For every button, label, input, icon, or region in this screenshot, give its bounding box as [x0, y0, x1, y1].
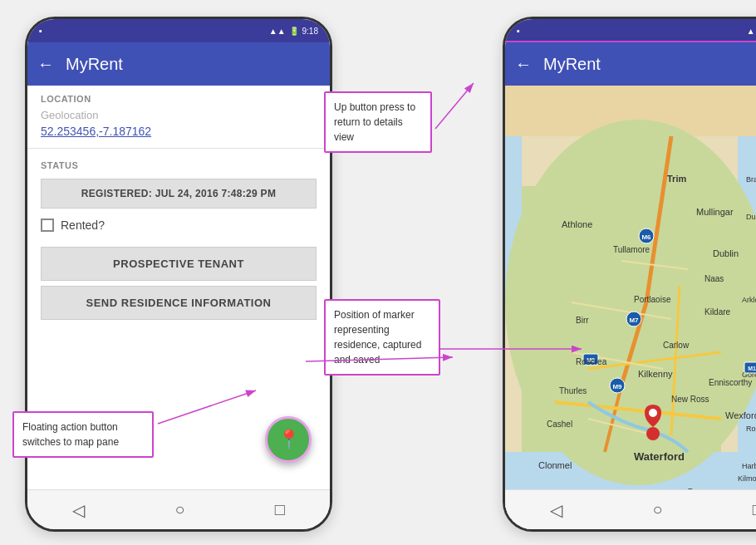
svg-text:M9: M9: [612, 383, 622, 390]
scene: ▪ ▲▲ 🔋 9:18 ← MyRent LOCATION Geolocatio…: [0, 0, 756, 545]
svg-text:Trim: Trim: [667, 174, 686, 184]
battery-icon: 🔋: [289, 27, 299, 36]
status-icons-left: ▲▲ 🔋 9:18: [269, 27, 318, 36]
svg-text:Tullamore: Tullamore: [613, 245, 650, 254]
svg-text:Kilmore Quay: Kilmore Quay: [738, 474, 756, 483]
location-label: LOCATION: [27, 86, 330, 106]
svg-text:M7: M7: [629, 317, 639, 324]
svg-text:Rosslare: Rosslare: [746, 425, 756, 433]
svg-text:Carlow: Carlow: [663, 341, 690, 350]
bottom-nav-right: ◁ ○ □: [505, 489, 756, 529]
status-section: STATUS REGISTERED: JUL 24, 2016 7:48:29 …: [27, 152, 330, 242]
status-bar-right: ▪ ▲▲ 🔋 9:19: [505, 19, 756, 42]
rented-label: Rented?: [61, 218, 105, 232]
svg-text:Wexford: Wexford: [725, 410, 756, 420]
svg-text:Birr: Birr: [576, 316, 589, 325]
location-pin-icon: 📍: [277, 429, 300, 450]
svg-text:Roscrea: Roscrea: [576, 357, 607, 366]
back-button-right[interactable]: ←: [515, 55, 532, 74]
fab-button[interactable]: 📍: [265, 416, 312, 463]
fab-container: 📍: [265, 416, 312, 463]
svg-text:Athlone: Athlone: [562, 219, 592, 229]
time-left: 9:18: [302, 27, 318, 36]
rented-checkbox[interactable]: [41, 218, 54, 232]
home-nav-btn-left[interactable]: ○: [174, 500, 184, 519]
registered-badge: REGISTERED: JUL 24, 2016 7:48:29 PM: [41, 179, 317, 209]
back-button-left[interactable]: ←: [37, 55, 54, 74]
svg-text:Bray: Bray: [746, 175, 756, 184]
svg-text:M11: M11: [748, 366, 756, 371]
divider-1: [27, 148, 330, 149]
status-label: STATUS: [41, 157, 317, 174]
prospective-tenant-button[interactable]: PROSPECTIVE TENANT: [41, 247, 317, 281]
svg-rect-6: [522, 186, 721, 452]
send-residence-button[interactable]: SEND RESIDENCE INFORMATION: [41, 286, 317, 320]
svg-text:Arklow: Arklow: [742, 296, 756, 304]
phone-icon-left: ▪: [39, 26, 42, 36]
recents-nav-btn-left[interactable]: □: [275, 500, 285, 519]
back-nav-btn-left[interactable]: ◁: [72, 500, 85, 520]
recents-nav-btn-right[interactable]: □: [753, 500, 756, 519]
bottom-nav-left: ◁ ○ □: [27, 489, 330, 529]
svg-text:Kildare: Kildare: [704, 307, 731, 317]
signal-icon-right: ▲▲: [747, 27, 756, 36]
status-bar-left: ▪ ▲▲ 🔋 9:18: [27, 19, 330, 42]
phone-right: ▪ ▲▲ 🔋 9:19 ← MyRent: [503, 17, 756, 532]
svg-line-60: [435, 83, 474, 129]
signal-icon: ▲▲: [269, 27, 286, 36]
app-bar-left: ← MyRent: [27, 42, 330, 86]
app-bar-right: ← MyRent: [505, 42, 756, 86]
svg-text:Harbour: Harbour: [742, 462, 756, 470]
map-view[interactable]: M6 M7 M9 M8 Trim Athlone Tullamore Mulli…: [505, 86, 756, 532]
svg-text:Portlaoise: Portlaoise: [634, 295, 671, 304]
phone-icon-right: ▪: [517, 26, 520, 36]
svg-text:M6: M6: [641, 233, 651, 241]
svg-text:New Ross: New Ross: [671, 395, 709, 404]
svg-text:Naas: Naas: [704, 274, 724, 283]
app-title-left: MyRent: [66, 55, 123, 74]
map-svg: M6 M7 M9 M8 Trim Athlone Tullamore Mulli…: [505, 86, 756, 532]
svg-text:Waterford: Waterford: [634, 450, 685, 463]
status-icons-right: ▲▲ 🔋 9:19: [747, 27, 756, 36]
svg-text:Cashel: Cashel: [547, 420, 572, 429]
svg-text:Clonmel: Clonmel: [538, 460, 572, 470]
appbar-highlight: [503, 41, 756, 87]
svg-text:Enniscorthy: Enniscorthy: [709, 378, 752, 387]
up-btn-annotation: Up button press to return to details vie…: [324, 91, 432, 153]
app-title-right: MyRent: [543, 55, 601, 74]
geo-placeholder: Geolocation: [27, 106, 330, 123]
svg-text:Thurles: Thurles: [559, 386, 587, 395]
rented-row: Rented?: [41, 214, 317, 237]
marker-annotation: Position of marker representing residenc…: [324, 299, 440, 376]
svg-text:Dundrum: Dundrum: [746, 213, 756, 221]
svg-text:Kilkenny: Kilkenny: [638, 369, 673, 379]
back-nav-btn-right[interactable]: ◁: [550, 500, 562, 520]
svg-text:Dublin: Dublin: [713, 248, 739, 258]
fab-annotation: Floating action button switches to map p…: [12, 411, 154, 458]
svg-point-54: [649, 409, 657, 417]
geo-value[interactable]: 52.253456,-7.187162: [27, 123, 330, 145]
home-nav-btn-right[interactable]: ○: [652, 500, 662, 519]
svg-text:Mullingar: Mullingar: [696, 207, 734, 217]
